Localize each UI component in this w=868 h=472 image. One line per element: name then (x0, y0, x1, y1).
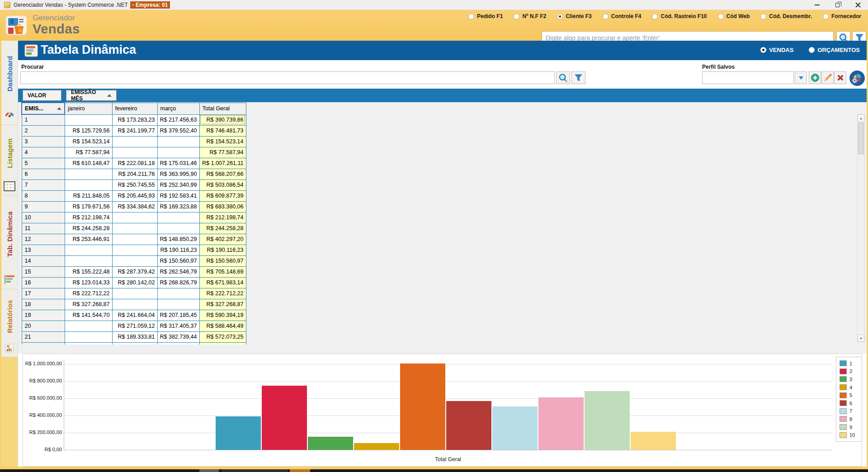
value-cell[interactable]: R$ 250.745,55 (112, 179, 157, 190)
value-cell[interactable]: R$ 503.086,54 (199, 179, 246, 190)
row-id-cell[interactable]: 12 (22, 234, 65, 245)
value-cell[interactable]: R$ 150.560,97 (157, 255, 199, 266)
value-cell[interactable]: R$ 211.848,05 (65, 190, 112, 201)
value-cell[interactable]: R$ 683.380,06 (199, 201, 246, 212)
value-cell[interactable]: R$ 572.073,25 (199, 331, 246, 342)
value-cell[interactable]: R$ 204.211,76 (112, 169, 157, 179)
row-id-cell[interactable]: 8 (22, 190, 65, 201)
grid-search-button[interactable] (556, 71, 570, 84)
value-cell[interactable]: R$ 382.739,44 (157, 331, 199, 342)
bar-7[interactable] (492, 406, 538, 450)
value-cell[interactable]: R$ 746.481,73 (199, 125, 246, 136)
value-cell[interactable] (112, 212, 157, 223)
value-cell[interactable]: R$ 327.268,87 (65, 299, 112, 310)
value-cell[interactable]: R$ 148.850,29 (157, 234, 199, 245)
scroll-down-button[interactable]: ▼ (858, 335, 864, 342)
column-field-button[interactable]: EMISSÃO MÊS (66, 90, 117, 101)
view-option[interactable]: VENDAS (760, 47, 793, 53)
value-cell[interactable]: R$ 175.031,46 (157, 158, 199, 169)
value-cell[interactable] (112, 147, 157, 158)
grid-filter-button[interactable] (571, 71, 585, 84)
row-id-cell[interactable]: 18 (22, 299, 65, 310)
view-option[interactable]: ORÇAMENTOS (809, 47, 860, 53)
value-cell[interactable]: R$ 241.664,04 (112, 310, 157, 321)
row-id-cell[interactable]: 20 (22, 321, 65, 331)
close-button[interactable] (848, 0, 868, 10)
column-header[interactable]: março (157, 103, 199, 114)
value-cell[interactable] (157, 136, 199, 147)
value-cell[interactable]: R$ 317.405,37 (157, 321, 199, 331)
row-id-cell[interactable]: 10 (22, 212, 65, 223)
value-cell[interactable] (65, 179, 112, 190)
value-cell[interactable]: R$ 671.983,14 (199, 277, 246, 288)
value-cell[interactable] (157, 288, 199, 299)
value-cell[interactable]: R$ 588.464,49 (199, 321, 246, 331)
scroll-up-button[interactable]: ▲ (858, 114, 864, 122)
scroll-thumb[interactable] (858, 123, 864, 154)
value-cell[interactable] (112, 234, 157, 245)
perfil-edit-button[interactable] (821, 71, 834, 84)
sidebar-item-relatorios[interactable]: Relatórios (1, 289, 18, 357)
bar-1[interactable] (216, 416, 261, 450)
row-id-cell[interactable]: 21 (22, 331, 65, 342)
value-cell[interactable]: R$ 154.523,14 (199, 136, 246, 147)
value-cell[interactable]: R$ 155.222,48 (65, 266, 112, 277)
bar-3[interactable] (308, 437, 353, 450)
value-cell[interactable]: R$ 363.995,90 (157, 169, 199, 179)
value-cell[interactable]: R$ 568.207,66 (199, 169, 246, 179)
value-cell[interactable]: R$ 205.445,93 (112, 190, 157, 201)
value-cell[interactable] (65, 331, 112, 342)
search-mode-option[interactable]: Cód. Desmembr. (760, 13, 812, 19)
sidebar-item-listagem[interactable]: Listagem (1, 125, 18, 196)
row-id-cell[interactable]: 13 (22, 245, 65, 255)
procurar-input[interactable] (20, 71, 555, 84)
value-cell[interactable]: R$ 705.148,69 (199, 266, 246, 277)
value-cell[interactable]: R$ 271.059,12 (112, 321, 157, 331)
minimize-button[interactable] (807, 0, 827, 10)
value-cell[interactable]: R$ 379.552,40 (157, 125, 199, 136)
search-mode-option[interactable]: Nº N.F F2 (514, 13, 546, 19)
value-cell[interactable] (157, 299, 199, 310)
value-cell[interactable]: R$ 262.546,79 (157, 266, 199, 277)
value-cell[interactable]: R$ 609.877,39 (199, 190, 246, 201)
column-header[interactable]: Total Geral (199, 103, 246, 114)
value-cell[interactable]: R$ 190.116,23 (157, 245, 199, 255)
value-cell[interactable]: R$ 390.739,86 (199, 114, 246, 125)
bar-10[interactable] (631, 432, 676, 450)
value-cell[interactable] (112, 288, 157, 299)
value-cell[interactable] (65, 114, 112, 125)
bar-2[interactable] (262, 386, 307, 450)
value-cell[interactable]: R$ 207.185,45 (157, 310, 199, 321)
search-mode-option[interactable]: Controle F4 (603, 13, 642, 19)
value-cell[interactable]: R$ 173.283,23 (112, 114, 157, 125)
value-cell[interactable] (65, 245, 112, 255)
row-id-cell[interactable]: 11 (22, 223, 65, 234)
bar-4[interactable] (354, 443, 399, 450)
value-cell[interactable]: R$ 334.384,62 (112, 201, 157, 212)
value-cell[interactable]: R$ 192.583,41 (157, 190, 199, 201)
row-id-cell[interactable]: 7 (22, 179, 65, 190)
value-cell[interactable]: R$ 123.014,33 (65, 277, 112, 288)
row-id-cell[interactable]: 16 (22, 277, 65, 288)
value-cell[interactable]: R$ 590.394,19 (199, 310, 246, 321)
row-id-cell[interactable]: 3 (22, 136, 65, 147)
value-cell[interactable]: R$ 190.116,23 (199, 245, 246, 255)
value-cell[interactable]: R$ 244.258,28 (65, 223, 112, 234)
value-cell[interactable]: R$ 222.712,22 (199, 288, 246, 299)
search-mode-option[interactable]: Fornecedor (823, 13, 861, 19)
value-cell[interactable]: R$ 222.081,18 (112, 158, 157, 169)
sidebar-item-tab-dinamica[interactable]: Tab. Dinâmica (1, 196, 18, 289)
value-cell[interactable]: R$ 212.198,74 (199, 212, 246, 223)
perfil-add-button[interactable] (809, 71, 821, 84)
bar-8[interactable] (538, 397, 584, 450)
value-cell[interactable]: R$ 212.198,74 (65, 212, 112, 223)
value-cell[interactable]: R$ 327.268,87 (199, 299, 246, 310)
maximize-button[interactable] (827, 0, 848, 10)
value-cell[interactable]: R$ 280.142,02 (112, 277, 157, 288)
value-cell[interactable] (112, 245, 157, 255)
row-id-cell[interactable]: 6 (22, 169, 65, 179)
column-header[interactable]: fevereiro (112, 103, 157, 114)
search-mode-option[interactable]: Cód Web (718, 13, 750, 19)
value-cell[interactable]: R$ 77.587,94 (199, 147, 246, 158)
row-id-cell[interactable]: 19 (22, 310, 65, 321)
